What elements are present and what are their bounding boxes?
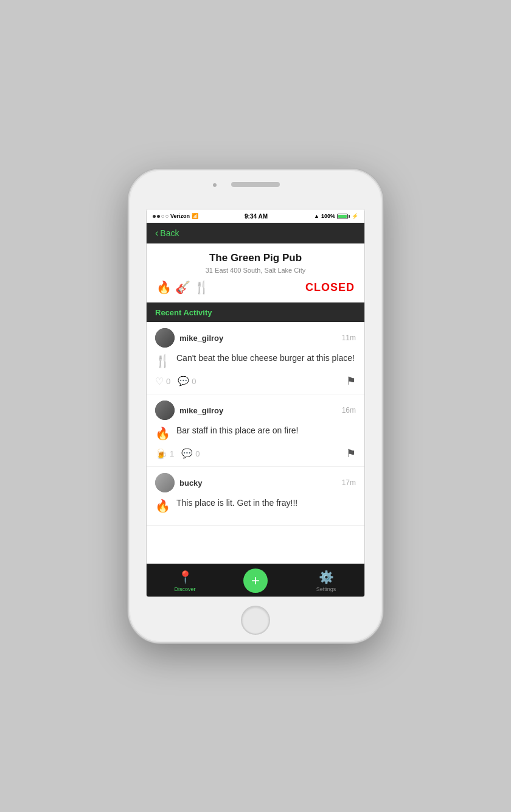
speaker-bar xyxy=(231,182,280,187)
home-button[interactable] xyxy=(241,606,270,635)
flag-icon[interactable]: ⚑ xyxy=(346,374,356,388)
like-button[interactable]: 🍺 1 xyxy=(155,448,174,460)
heart-icon: ♡ xyxy=(155,376,164,387)
venue-category-icons: 🔥 🎸 🍴 xyxy=(156,280,209,295)
status-time: 9:34 AM xyxy=(245,213,268,220)
comment-icon: 💬 xyxy=(181,448,193,459)
activity-user-row: bucky 17m xyxy=(155,473,356,492)
activity-content-row: 🍴 Can't beat the blue cheese burger at t… xyxy=(155,352,356,368)
tab-settings[interactable]: ⚙️ Settings xyxy=(308,570,344,592)
fire-icon: 🔥 xyxy=(156,280,172,295)
status-right: ▲ 100% ⚡ xyxy=(314,213,358,219)
settings-icon: ⚙️ xyxy=(319,570,334,584)
action-left: 🍺 1 💬 0 xyxy=(155,448,200,460)
venue-name: The Green Pig Pub xyxy=(156,252,355,264)
status-bar: Verizon 📶 9:34 AM ▲ 100% ⚡ xyxy=(147,209,364,223)
venue-address: 31 East 400 South, Salt Lake City xyxy=(156,267,355,274)
avatar-face xyxy=(155,473,175,492)
wifi-icon: 📶 xyxy=(192,213,198,219)
time-ago: 17m xyxy=(342,478,356,487)
battery-icon xyxy=(337,214,350,219)
add-button[interactable]: + xyxy=(243,569,268,593)
signal-dots xyxy=(153,215,169,218)
avatar xyxy=(155,401,175,420)
activity-item: mike_gilroy 16m 🔥 Bar staff in this plac… xyxy=(147,394,364,467)
discover-icon: 📍 xyxy=(178,570,193,584)
activity-actions: ♡ 0 💬 0 ⚑ xyxy=(155,374,356,388)
activity-icon: 🍴 xyxy=(155,354,170,368)
signal-dot-1 xyxy=(153,215,156,218)
section-title: Recent Activity xyxy=(155,308,212,317)
avatar xyxy=(155,328,175,348)
activity-actions: 🍺 1 💬 0 ⚑ xyxy=(155,447,356,460)
venue-meta: 🔥 🎸 🍴 CLOSED xyxy=(156,280,355,295)
activity-text: Can't beat the blue cheese burger at thi… xyxy=(176,352,355,365)
activity-user-row: mike_gilroy 11m xyxy=(155,328,356,348)
username: bucky xyxy=(179,478,203,488)
comment-button[interactable]: 💬 0 xyxy=(178,376,196,387)
avatar xyxy=(155,473,175,492)
time-ago: 11m xyxy=(342,334,356,342)
comment-count: 0 xyxy=(195,449,200,458)
time-ago: 16m xyxy=(342,406,356,415)
activity-item: mike_gilroy 11m 🍴 Can't beat the blue ch… xyxy=(147,322,364,394)
username: mike_gilroy xyxy=(179,334,223,343)
activity-feed[interactable]: mike_gilroy 11m 🍴 Can't beat the blue ch… xyxy=(147,322,364,564)
nav-bar: ‹ Back xyxy=(147,223,364,243)
like-count: 1 xyxy=(170,449,174,458)
activity-content-row: 🔥 Bar staff in this place are on fire! xyxy=(155,425,356,441)
back-label: Back xyxy=(160,228,179,238)
charge-icon: ⚡ xyxy=(352,213,358,219)
settings-label: Settings xyxy=(316,586,336,592)
avatar-face xyxy=(155,328,175,348)
signal-dot-3 xyxy=(161,215,164,218)
location-icon: ▲ xyxy=(314,213,319,219)
section-header: Recent Activity xyxy=(147,303,364,322)
back-button[interactable]: ‹ Back xyxy=(155,228,179,239)
activity-text: This place is lit. Get in the fray!!! xyxy=(176,497,297,509)
front-camera xyxy=(213,183,217,187)
tab-bar: 📍 Discover + ⚙️ Settings xyxy=(147,564,364,597)
status-left: Verizon 📶 xyxy=(153,213,198,219)
comment-count: 0 xyxy=(192,377,196,386)
signal-dot-4 xyxy=(165,215,169,218)
action-left: ♡ 0 💬 0 xyxy=(155,376,196,387)
like-count: 0 xyxy=(166,377,170,386)
activity-content-row: 🔥 This place is lit. Get in the fray!!! xyxy=(155,497,356,513)
activity-item: bucky 17m 🔥 This place is lit. Get in th… xyxy=(147,467,364,526)
beer-icon: 🍺 xyxy=(155,448,167,460)
comment-button[interactable]: 💬 0 xyxy=(181,448,200,459)
username: mike_gilroy xyxy=(179,406,223,415)
user-info: mike_gilroy xyxy=(155,328,223,348)
phone-outer: Verizon 📶 9:34 AM ▲ 100% ⚡ ‹ Back xyxy=(128,169,383,643)
comment-icon: 💬 xyxy=(178,376,189,387)
phone-screen: Verizon 📶 9:34 AM ▲ 100% ⚡ ‹ Back xyxy=(146,209,365,597)
activity-text: Bar staff in this place are on fire! xyxy=(176,425,299,437)
user-info: bucky xyxy=(155,473,203,492)
discover-label: Discover xyxy=(174,586,195,592)
guitar-icon: 🎸 xyxy=(175,280,190,295)
venue-header: The Green Pig Pub 31 East 400 South, Sal… xyxy=(147,243,364,303)
user-info: mike_gilroy xyxy=(155,401,223,420)
tab-discover[interactable]: 📍 Discover xyxy=(167,570,203,592)
add-icon: + xyxy=(251,573,260,588)
back-chevron-icon: ‹ xyxy=(155,228,158,239)
avatar-face xyxy=(155,401,175,420)
carrier-label: Verizon xyxy=(170,213,190,219)
activity-icon: 🔥 xyxy=(155,499,170,513)
battery-pct: 100% xyxy=(321,213,335,219)
flag-icon[interactable]: ⚑ xyxy=(346,447,356,460)
activity-icon: 🔥 xyxy=(155,426,170,441)
like-button[interactable]: ♡ 0 xyxy=(155,376,170,387)
signal-dot-2 xyxy=(157,215,160,218)
activity-user-row: mike_gilroy 16m xyxy=(155,401,356,420)
venue-status: CLOSED xyxy=(305,281,355,294)
utensils-icon: 🍴 xyxy=(194,280,209,295)
